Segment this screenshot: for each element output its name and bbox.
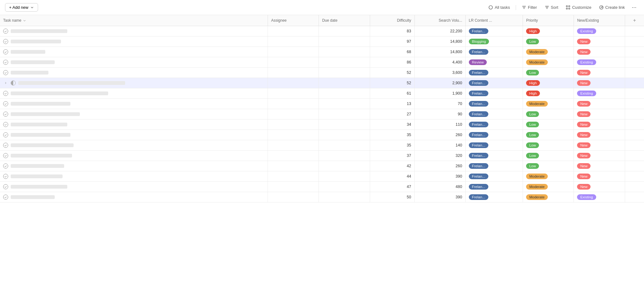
priority-badge[interactable]: Moderate — [526, 59, 548, 65]
check-icon[interactable] — [3, 70, 8, 75]
due-date-cell — [319, 151, 370, 161]
table-row[interactable]: 523,600Frelan...LowNew — [0, 68, 644, 78]
check-icon[interactable] — [3, 153, 8, 158]
check-icon[interactable] — [3, 29, 8, 34]
task-name-blurred — [11, 185, 67, 189]
priority-badge[interactable]: High — [526, 80, 540, 86]
priority-badge[interactable]: High — [526, 28, 540, 34]
priority-badge[interactable]: High — [526, 91, 540, 96]
check-icon[interactable] — [3, 184, 8, 189]
priority-badge[interactable]: Low — [526, 153, 539, 158]
new-existing-badge[interactable]: New — [577, 142, 591, 148]
new-existing-badge[interactable]: New — [577, 132, 591, 138]
table-row[interactable]: 47480Frelan...ModerateNew — [0, 182, 644, 192]
new-existing-badge[interactable]: New — [577, 153, 591, 158]
new-existing-badge[interactable]: New — [577, 80, 591, 86]
table-row[interactable]: 1370Frelan...ModerateNew — [0, 99, 644, 109]
new-existing-badge[interactable]: New — [577, 184, 591, 190]
table-row[interactable]: 35260Frelan...LowNew — [0, 130, 644, 140]
lr-content-badge[interactable]: Frelan... — [469, 122, 488, 127]
priority-badge[interactable]: Moderate — [526, 101, 548, 107]
priority-badge[interactable]: Moderate — [526, 174, 548, 179]
table-row[interactable]: 611,900Frelan...HighExisting — [0, 88, 644, 99]
assignee-cell — [268, 161, 319, 171]
table-row[interactable]: 8322,200Frelan...HighExisting — [0, 26, 644, 36]
task-name-cell — [0, 88, 268, 99]
table-row[interactable]: 522,900Frelan...HighNew — [0, 78, 644, 88]
lr-content-badge[interactable]: Frelan... — [469, 142, 488, 148]
new-existing-badge[interactable]: Existing — [577, 28, 596, 34]
task-name-blurred — [11, 143, 74, 147]
check-icon[interactable] — [3, 112, 8, 117]
priority-badge[interactable]: Low — [526, 39, 539, 44]
priority-badge[interactable]: Moderate — [526, 184, 548, 190]
table-row[interactable]: 35140Frelan...LowNew — [0, 140, 644, 151]
table-row[interactable]: 2790Frelan...LowNew — [0, 109, 644, 119]
filter-button[interactable]: Filter — [519, 3, 540, 11]
lr-content-badge[interactable]: Frelan... — [469, 70, 488, 75]
lr-content-badge[interactable]: Frelan... — [469, 111, 488, 117]
check-icon[interactable] — [3, 195, 8, 200]
priority-badge[interactable]: Low — [526, 122, 539, 127]
lr-content-badge[interactable]: Frelan... — [469, 101, 488, 107]
check-icon[interactable] — [3, 122, 8, 127]
add-new-button[interactable]: + Add new — [5, 3, 38, 12]
more-options-button[interactable]: ··· — [629, 3, 639, 12]
check-icon[interactable] — [3, 91, 8, 96]
lr-content-badge[interactable]: Frelan... — [469, 49, 488, 55]
customize-button[interactable]: Customize — [563, 3, 594, 11]
create-link-button[interactable]: Create link — [596, 3, 628, 11]
new-existing-badge[interactable]: New — [577, 174, 591, 179]
lr-content-badge[interactable]: Blogging — [469, 39, 489, 44]
lr-content-badge[interactable]: Frelan... — [469, 153, 488, 158]
sort-button[interactable]: Sort — [541, 3, 562, 11]
lr-content-badge[interactable]: Frelan... — [469, 132, 488, 138]
table-row[interactable]: 44390Frelan...ModerateNew — [0, 171, 644, 182]
table-row[interactable]: 9714,800BloggingLowNew — [0, 36, 644, 47]
check-icon[interactable] — [3, 39, 8, 44]
expand-button[interactable] — [3, 80, 8, 86]
check-icon[interactable] — [3, 49, 8, 54]
new-existing-badge[interactable]: New — [577, 101, 591, 107]
table-row[interactable]: 864,400ReviewModerateExisting — [0, 57, 644, 68]
add-column-button[interactable]: + — [633, 18, 636, 23]
new-existing-badge[interactable]: Existing — [577, 91, 596, 96]
priority-badge[interactable]: Low — [526, 70, 539, 75]
all-tasks-button[interactable]: All tasks — [485, 3, 513, 11]
new-existing-badge[interactable]: New — [577, 39, 591, 44]
lr-content-badge[interactable]: Frelan... — [469, 174, 488, 179]
lr-content-badge[interactable]: Frelan... — [469, 91, 488, 96]
lr-content-badge[interactable]: Frelan... — [469, 163, 488, 169]
tasks-table: Task name Assignee Due date Difficulty S… — [0, 15, 644, 202]
check-icon[interactable] — [3, 163, 8, 169]
check-icon[interactable] — [3, 143, 8, 148]
table-row[interactable]: 50390Frelan...ModerateExisting — [0, 192, 644, 202]
assignee-cell — [268, 36, 319, 47]
lr-content-badge[interactable]: Frelan... — [469, 194, 488, 200]
lr-content-badge[interactable]: Review — [469, 59, 487, 65]
new-existing-badge[interactable]: New — [577, 70, 591, 75]
table-row[interactable]: 34110Frelan...LowNew — [0, 119, 644, 130]
priority-badge[interactable]: Low — [526, 163, 539, 169]
new-existing-badge[interactable]: New — [577, 49, 591, 55]
new-existing-badge[interactable]: New — [577, 111, 591, 117]
lr-content-badge[interactable]: Frelan... — [469, 184, 488, 190]
lr-content-badge[interactable]: Frelan... — [469, 80, 488, 86]
priority-badge[interactable]: Low — [526, 142, 539, 148]
table-row[interactable]: 37320Frelan...LowNew — [0, 151, 644, 161]
table-row[interactable]: 6814,800Frelan...ModerateNew — [0, 47, 644, 57]
table-row[interactable]: 42260Frelan...LowNew — [0, 161, 644, 171]
priority-badge[interactable]: Moderate — [526, 194, 548, 200]
priority-badge[interactable]: Low — [526, 132, 539, 138]
check-icon[interactable] — [3, 60, 8, 65]
new-existing-badge[interactable]: Existing — [577, 194, 596, 200]
new-existing-badge[interactable]: New — [577, 122, 591, 127]
new-existing-badge[interactable]: Existing — [577, 59, 596, 65]
check-icon[interactable] — [3, 132, 8, 137]
new-existing-badge[interactable]: New — [577, 163, 591, 169]
check-icon[interactable] — [3, 174, 8, 179]
lr-content-badge[interactable]: Frelan... — [469, 28, 488, 34]
priority-badge[interactable]: Moderate — [526, 49, 548, 55]
check-icon[interactable] — [3, 101, 8, 106]
priority-badge[interactable]: Low — [526, 111, 539, 117]
